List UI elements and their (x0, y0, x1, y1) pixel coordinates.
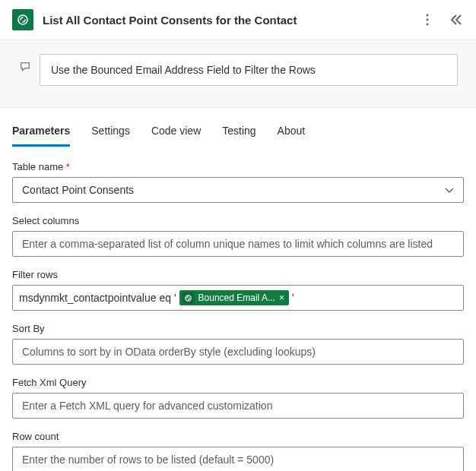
tab-testing[interactable]: Testing (222, 119, 255, 147)
svg-point-3 (427, 24, 429, 26)
filter-expression-suffix: ' (292, 292, 294, 304)
svg-point-1 (427, 14, 429, 17)
table-name-select[interactable]: Contact Point Consents (12, 177, 464, 203)
token-label: Bounced Email A... (198, 292, 275, 303)
select-columns-input[interactable] (12, 231, 464, 257)
table-name-label: Table name * (12, 161, 464, 172)
token-connector-icon (182, 292, 195, 304)
step-header: List All Contact Point Consents for the … (0, 0, 476, 40)
svg-point-2 (427, 19, 429, 21)
tab-code-view[interactable]: Code view (151, 119, 201, 147)
dynamic-content-token[interactable]: Bounced Email A... × (179, 290, 289, 305)
comment-icon (20, 54, 32, 74)
token-remove-icon[interactable]: × (279, 293, 284, 302)
filter-rows-label: Filter rows (12, 269, 464, 280)
select-columns-label: Select columns (12, 215, 464, 226)
tab-parameters[interactable]: Parameters (12, 119, 70, 147)
sort-by-input[interactable] (12, 339, 464, 365)
row-count-label: Row count (12, 431, 464, 442)
table-name-value: Contact Point Consents (22, 184, 445, 196)
fetch-xml-input[interactable] (12, 393, 464, 419)
svg-point-0 (18, 15, 27, 24)
more-icon[interactable] (420, 12, 435, 27)
comment-section: Use the Bounced Email Address Field to F… (0, 40, 476, 108)
fetch-xml-label: Fetch Xml Query (12, 377, 464, 388)
comment-input[interactable]: Use the Bounced Email Address Field to F… (40, 54, 458, 86)
tab-about[interactable]: About (278, 119, 306, 147)
parameters-form: Table name * Contact Point Consents Sele… (0, 147, 476, 471)
chevron-down-icon (445, 184, 454, 196)
row-count-input[interactable] (12, 447, 464, 471)
tab-settings[interactable]: Settings (91, 119, 130, 147)
collapse-icon[interactable] (449, 12, 464, 27)
filter-rows-input[interactable]: msdynmkt_contactpointvalue eq ' Bounced … (12, 285, 464, 311)
svg-point-4 (186, 295, 191, 300)
connector-icon (12, 9, 33, 30)
tab-bar: Parameters Settings Code view Testing Ab… (0, 119, 476, 147)
sort-by-label: Sort By (12, 323, 464, 334)
filter-expression-prefix: msdynmkt_contactpointvalue eq ' (19, 292, 176, 304)
step-title: List All Contact Point Consents for the … (43, 14, 420, 27)
